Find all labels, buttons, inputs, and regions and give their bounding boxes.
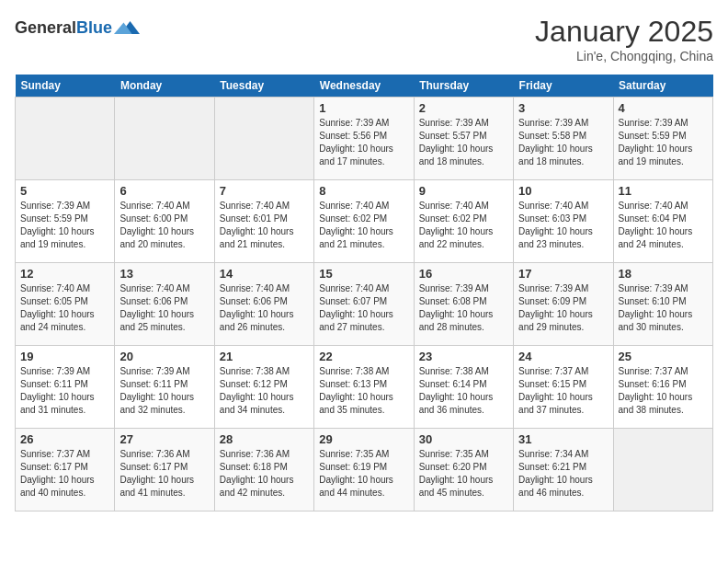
day-number: 20 xyxy=(119,350,209,363)
title-area: January 2025 Lin'e, Chongqing, China xyxy=(535,15,713,63)
calendar-week-row: 12Sunrise: 7:40 AM Sunset: 6:05 PM Dayli… xyxy=(16,263,713,346)
calendar-cell: 12Sunrise: 7:40 AM Sunset: 6:05 PM Dayli… xyxy=(16,263,115,346)
day-number: 6 xyxy=(119,184,209,198)
day-number: 31 xyxy=(518,432,608,446)
day-info: Sunrise: 7:39 AM Sunset: 5:57 PM Dayligh… xyxy=(419,117,508,168)
day-number: 1 xyxy=(319,101,408,115)
day-info: Sunrise: 7:40 AM Sunset: 6:05 PM Dayligh… xyxy=(20,282,109,334)
calendar-cell: 26Sunrise: 7:37 AM Sunset: 6:17 PM Dayli… xyxy=(16,429,115,511)
calendar-cell xyxy=(16,98,115,180)
day-number: 29 xyxy=(319,432,408,446)
calendar-week-row: 26Sunrise: 7:37 AM Sunset: 6:17 PM Dayli… xyxy=(16,429,713,511)
day-info: Sunrise: 7:40 AM Sunset: 6:03 PM Dayligh… xyxy=(518,200,608,251)
day-info: Sunrise: 7:39 AM Sunset: 5:59 PM Dayligh… xyxy=(20,200,109,251)
day-header-friday: Friday xyxy=(514,75,613,98)
day-number: 14 xyxy=(220,267,309,281)
day-number: 15 xyxy=(319,267,408,281)
calendar-cell: 19Sunrise: 7:39 AM Sunset: 6:11 PM Dayli… xyxy=(16,346,115,429)
calendar-subtitle: Lin'e, Chongqing, China xyxy=(535,49,713,63)
calendar-cell: 10Sunrise: 7:40 AM Sunset: 6:03 PM Dayli… xyxy=(514,180,613,263)
calendar-week-row: 19Sunrise: 7:39 AM Sunset: 6:11 PM Dayli… xyxy=(16,346,713,429)
day-number: 4 xyxy=(619,101,708,115)
calendar-cell: 8Sunrise: 7:40 AM Sunset: 6:02 PM Daylig… xyxy=(314,180,414,263)
calendar-cell: 15Sunrise: 7:40 AM Sunset: 6:07 PM Dayli… xyxy=(314,263,414,346)
calendar-cell: 17Sunrise: 7:39 AM Sunset: 6:09 PM Dayli… xyxy=(514,263,613,346)
calendar-cell: 3Sunrise: 7:39 AM Sunset: 5:58 PM Daylig… xyxy=(514,98,613,180)
day-number: 30 xyxy=(419,432,508,446)
day-info: Sunrise: 7:36 AM Sunset: 6:17 PM Dayligh… xyxy=(119,448,209,500)
day-info: Sunrise: 7:40 AM Sunset: 6:01 PM Dayligh… xyxy=(220,200,309,251)
calendar-table: SundayMondayTuesdayWednesdayThursdayFrid… xyxy=(15,75,713,511)
day-info: Sunrise: 7:40 AM Sunset: 6:00 PM Dayligh… xyxy=(119,200,209,251)
calendar-title: January 2025 xyxy=(535,15,713,49)
day-number: 22 xyxy=(319,350,408,363)
day-number: 3 xyxy=(518,101,608,115)
day-number: 25 xyxy=(619,350,708,363)
day-info: Sunrise: 7:39 AM Sunset: 6:10 PM Dayligh… xyxy=(619,282,708,334)
calendar-cell: 31Sunrise: 7:34 AM Sunset: 6:21 PM Dayli… xyxy=(514,429,613,511)
day-header-monday: Monday xyxy=(115,75,214,98)
calendar-cell: 11Sunrise: 7:40 AM Sunset: 6:04 PM Dayli… xyxy=(613,180,712,263)
calendar-cell xyxy=(613,429,712,511)
day-number: 13 xyxy=(119,267,209,281)
day-info: Sunrise: 7:39 AM Sunset: 5:56 PM Dayligh… xyxy=(319,117,408,168)
day-info: Sunrise: 7:39 AM Sunset: 5:58 PM Dayligh… xyxy=(518,117,608,168)
calendar-cell: 29Sunrise: 7:35 AM Sunset: 6:19 PM Dayli… xyxy=(314,429,414,511)
calendar-cell: 4Sunrise: 7:39 AM Sunset: 5:59 PM Daylig… xyxy=(613,98,712,180)
day-info: Sunrise: 7:35 AM Sunset: 6:20 PM Dayligh… xyxy=(419,448,508,500)
day-header-tuesday: Tuesday xyxy=(214,75,313,98)
day-header-sunday: Sunday xyxy=(16,75,115,98)
calendar-cell: 14Sunrise: 7:40 AM Sunset: 6:06 PM Dayli… xyxy=(214,263,313,346)
day-number: 17 xyxy=(518,267,608,281)
day-info: Sunrise: 7:40 AM Sunset: 6:06 PM Dayligh… xyxy=(119,282,209,334)
day-number: 19 xyxy=(20,350,109,363)
day-number: 21 xyxy=(220,350,309,363)
day-number: 26 xyxy=(20,432,109,446)
day-header-saturday: Saturday xyxy=(613,75,712,98)
logo-general-text: GeneralBlue xyxy=(15,18,112,38)
day-info: Sunrise: 7:40 AM Sunset: 6:04 PM Dayligh… xyxy=(619,200,708,251)
calendar-cell xyxy=(115,98,214,180)
calendar-cell: 7Sunrise: 7:40 AM Sunset: 6:01 PM Daylig… xyxy=(214,180,313,263)
day-number: 18 xyxy=(619,267,708,281)
day-info: Sunrise: 7:39 AM Sunset: 6:08 PM Dayligh… xyxy=(419,282,508,334)
day-info: Sunrise: 7:38 AM Sunset: 6:13 PM Dayligh… xyxy=(319,365,408,417)
calendar-cell: 5Sunrise: 7:39 AM Sunset: 5:59 PM Daylig… xyxy=(16,180,115,263)
day-info: Sunrise: 7:35 AM Sunset: 6:19 PM Dayligh… xyxy=(319,448,408,500)
day-info: Sunrise: 7:37 AM Sunset: 6:15 PM Dayligh… xyxy=(518,365,608,417)
calendar-cell: 27Sunrise: 7:36 AM Sunset: 6:17 PM Dayli… xyxy=(115,429,214,511)
day-info: Sunrise: 7:38 AM Sunset: 6:14 PM Dayligh… xyxy=(419,365,508,417)
day-header-wednesday: Wednesday xyxy=(314,75,414,98)
calendar-cell: 25Sunrise: 7:37 AM Sunset: 6:16 PM Dayli… xyxy=(613,346,712,429)
day-info: Sunrise: 7:39 AM Sunset: 6:11 PM Dayligh… xyxy=(119,365,209,417)
day-number: 8 xyxy=(319,184,408,198)
calendar-cell xyxy=(214,98,313,180)
calendar-cell: 21Sunrise: 7:38 AM Sunset: 6:12 PM Dayli… xyxy=(214,346,313,429)
calendar-cell: 18Sunrise: 7:39 AM Sunset: 6:10 PM Dayli… xyxy=(613,263,712,346)
calendar-week-row: 1Sunrise: 7:39 AM Sunset: 5:56 PM Daylig… xyxy=(16,98,713,180)
day-info: Sunrise: 7:40 AM Sunset: 6:02 PM Dayligh… xyxy=(319,200,408,251)
calendar-cell: 16Sunrise: 7:39 AM Sunset: 6:08 PM Dayli… xyxy=(414,263,513,346)
calendar-week-row: 5Sunrise: 7:39 AM Sunset: 5:59 PM Daylig… xyxy=(16,180,713,263)
day-number: 7 xyxy=(220,184,309,198)
day-header-thursday: Thursday xyxy=(414,75,513,98)
day-number: 10 xyxy=(518,184,608,198)
day-number: 2 xyxy=(419,101,508,115)
calendar-cell: 6Sunrise: 7:40 AM Sunset: 6:00 PM Daylig… xyxy=(115,180,214,263)
day-number: 11 xyxy=(619,184,708,198)
day-number: 24 xyxy=(518,350,608,363)
calendar-cell: 2Sunrise: 7:39 AM Sunset: 5:57 PM Daylig… xyxy=(414,98,513,180)
calendar-cell: 24Sunrise: 7:37 AM Sunset: 6:15 PM Dayli… xyxy=(514,346,613,429)
calendar-cell: 20Sunrise: 7:39 AM Sunset: 6:11 PM Dayli… xyxy=(115,346,214,429)
page-header: GeneralBlue January 2025 Lin'e, Chongqin… xyxy=(15,15,713,63)
calendar-cell: 23Sunrise: 7:38 AM Sunset: 6:14 PM Dayli… xyxy=(414,346,513,429)
day-number: 5 xyxy=(20,184,109,198)
day-info: Sunrise: 7:34 AM Sunset: 6:21 PM Dayligh… xyxy=(518,448,608,500)
days-header-row: SundayMondayTuesdayWednesdayThursdayFrid… xyxy=(16,75,713,98)
day-info: Sunrise: 7:40 AM Sunset: 6:07 PM Dayligh… xyxy=(319,282,408,334)
day-info: Sunrise: 7:36 AM Sunset: 6:18 PM Dayligh… xyxy=(220,448,309,500)
logo: GeneralBlue xyxy=(15,15,140,40)
day-number: 16 xyxy=(419,267,508,281)
day-number: 23 xyxy=(419,350,508,363)
day-number: 12 xyxy=(20,267,109,281)
